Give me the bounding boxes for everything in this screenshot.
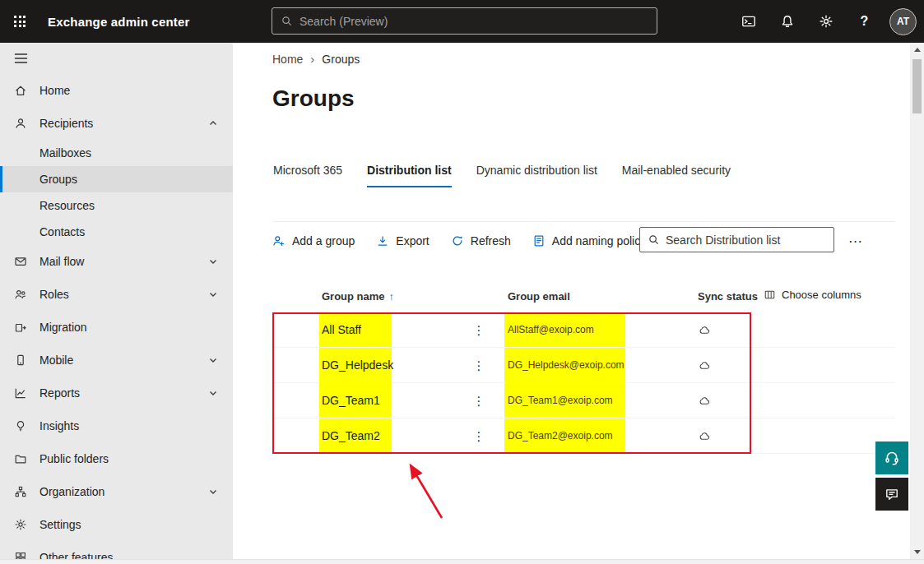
sidebar-item-reports[interactable]: Reports xyxy=(0,377,233,409)
table-row[interactable]: DG_Helpdesk ⋮ DG_Helpdesk@exoip.com xyxy=(272,348,895,383)
bell-icon xyxy=(780,14,795,29)
sidebar-item-roles[interactable]: Roles xyxy=(0,278,233,311)
distribution-list-search-input[interactable] xyxy=(666,233,826,247)
scroll-up-button[interactable] xyxy=(910,43,924,57)
table-row[interactable]: All Staff ⋮ AllStaff@exoip.com xyxy=(272,312,895,348)
sidebar-item-migration[interactable]: Migration xyxy=(0,311,233,344)
column-header-sync-status[interactable]: Sync status xyxy=(698,290,758,303)
table-row[interactable]: DG_Team1 ⋮ DG_Team1@exoip.com xyxy=(272,383,895,418)
choose-columns-button[interactable]: Choose columns xyxy=(764,289,861,301)
sidebar-item-organization[interactable]: Organization xyxy=(0,475,233,508)
folder-icon xyxy=(14,452,27,465)
cloud-sync-icon xyxy=(696,312,713,348)
waffle-icon xyxy=(14,16,26,27)
cloud-sync-icon xyxy=(696,383,713,418)
sidebar-item-label: Organization xyxy=(39,485,104,498)
home-icon xyxy=(14,84,27,97)
account-button[interactable]: AT xyxy=(884,0,922,43)
chevron-down-icon xyxy=(208,257,218,266)
add-group-button[interactable]: Add a group xyxy=(272,234,355,247)
support-button[interactable] xyxy=(875,441,908,474)
global-search-input[interactable] xyxy=(299,15,648,28)
sidebar-item-label: Mobile xyxy=(39,354,73,367)
horizontal-scrollbar[interactable] xyxy=(0,559,924,564)
gear-icon xyxy=(14,518,27,531)
sidebar-item-label: Mailboxes xyxy=(39,146,91,159)
terminal-button[interactable] xyxy=(729,0,768,43)
chart-icon xyxy=(14,386,27,400)
scroll-down-button[interactable] xyxy=(910,545,924,559)
export-button[interactable]: Export xyxy=(376,234,429,247)
sidebar-item-insights[interactable]: Insights xyxy=(0,409,233,442)
group-email-cell: DG_Helpdesk@exoip.com xyxy=(504,348,625,382)
group-email-cell: DG_Team2@exoip.com xyxy=(504,418,625,453)
tab-mail-enabled-security[interactable]: Mail-enabled security xyxy=(622,164,731,187)
gear-icon xyxy=(819,14,833,29)
sidebar-item-settings[interactable]: Settings xyxy=(0,508,233,541)
group-name-link[interactable]: All Staff xyxy=(319,312,392,347)
table-row[interactable]: DG_Team2 ⋮ DG_Team2@exoip.com xyxy=(272,418,895,454)
envelope-icon xyxy=(14,255,27,268)
refresh-icon xyxy=(451,234,464,247)
breadcrumb-separator: › xyxy=(310,52,314,66)
vertical-scrollbar[interactable] xyxy=(910,43,924,559)
sidebar-item-recipients[interactable]: Recipients xyxy=(0,107,233,140)
distribution-list-search-box[interactable] xyxy=(639,227,834,252)
row-menu-button[interactable]: ⋮ xyxy=(471,312,487,348)
group-name-link[interactable]: DG_Team2 xyxy=(319,418,392,453)
row-menu-button[interactable]: ⋮ xyxy=(471,383,487,418)
sidebar-item-label: Public folders xyxy=(39,452,109,465)
main-content: Home › Groups Groups Microsoft 365 Distr… xyxy=(233,43,910,559)
tab-microsoft-365[interactable]: Microsoft 365 xyxy=(273,164,342,187)
refresh-button[interactable]: Refresh xyxy=(451,234,511,247)
group-name-link[interactable]: DG_Helpdesk xyxy=(319,348,392,382)
row-menu-button[interactable]: ⋮ xyxy=(471,348,487,383)
sidebar-item-label: Roles xyxy=(39,288,69,301)
scrollbar-thumb[interactable] xyxy=(912,59,922,113)
app-title: Exchange admin center xyxy=(48,0,190,43)
chevron-down-icon xyxy=(208,388,218,398)
sidebar-item-home[interactable]: Home xyxy=(0,74,233,107)
help-icon: ? xyxy=(861,14,869,29)
cloud-sync-icon xyxy=(696,418,713,454)
sidebar-item-mail-flow[interactable]: Mail flow xyxy=(0,245,233,278)
sidebar-item-contacts[interactable]: Contacts xyxy=(0,219,233,245)
chevron-down-icon xyxy=(208,355,218,365)
sidebar-item-public-folders[interactable]: Public folders xyxy=(0,442,233,475)
chevron-down-icon xyxy=(208,487,218,497)
more-commands-button[interactable]: … xyxy=(843,227,868,252)
cloud-sync-icon xyxy=(696,348,713,383)
sidebar-item-label: Contacts xyxy=(39,225,85,238)
sidebar-item-label: Migration xyxy=(39,321,87,334)
add-group-label: Add a group xyxy=(292,234,355,247)
notifications-button[interactable] xyxy=(768,0,806,43)
nav-collapse-button[interactable] xyxy=(0,43,233,74)
search-icon xyxy=(648,233,660,246)
org-chart-icon xyxy=(14,485,27,498)
sidebar-item-label: Reports xyxy=(39,386,80,400)
sidebar-item-mobile[interactable]: Mobile xyxy=(0,344,233,377)
sidebar-item-groups[interactable]: Groups xyxy=(0,166,233,192)
global-search-box[interactable] xyxy=(272,7,657,35)
migration-icon xyxy=(14,321,27,334)
chevron-up-icon xyxy=(208,118,218,128)
tab-distribution-list[interactable]: Distribution list xyxy=(367,164,452,187)
tab-dynamic-distribution-list[interactable]: Dynamic distribution list xyxy=(476,164,597,187)
help-button[interactable]: ? xyxy=(845,0,884,43)
column-header-group-name[interactable]: Group name↑ xyxy=(322,290,394,303)
breadcrumb-home-link[interactable]: Home xyxy=(272,53,303,66)
sort-ascending-icon: ↑ xyxy=(389,290,395,303)
row-menu-button[interactable]: ⋮ xyxy=(471,418,487,454)
app-launcher-button[interactable] xyxy=(0,0,39,43)
tab-bar: Microsoft 365 Distribution list Dynamic … xyxy=(273,164,731,187)
sidebar-item-resources[interactable]: Resources xyxy=(0,192,233,219)
feedback-button[interactable] xyxy=(875,478,908,511)
settings-button[interactable] xyxy=(806,0,845,43)
add-naming-policy-button[interactable]: Add naming policy xyxy=(532,234,646,247)
add-naming-policy-label: Add naming policy xyxy=(552,234,646,247)
refresh-label: Refresh xyxy=(471,234,511,247)
add-person-icon xyxy=(272,234,286,247)
sidebar-item-mailboxes[interactable]: Mailboxes xyxy=(0,140,233,166)
group-name-link[interactable]: DG_Team1 xyxy=(319,383,392,418)
column-header-group-email[interactable]: Group email xyxy=(508,290,570,303)
